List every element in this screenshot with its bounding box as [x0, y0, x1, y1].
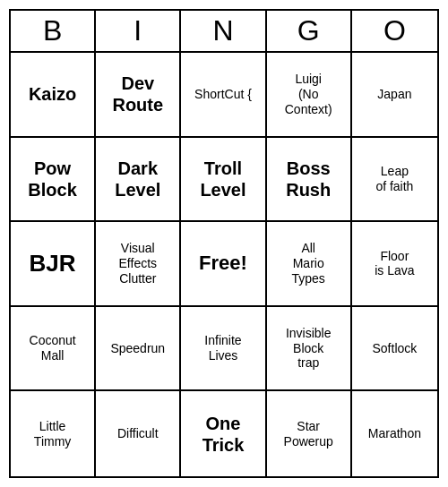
bingo-card: BINGO KaizoDev RouteShortCut {Luigi (No … — [9, 9, 439, 478]
bingo-cell[interactable]: Dev Route — [96, 53, 181, 138]
bingo-cell[interactable]: Softlock — [352, 307, 437, 392]
bingo-grid: KaizoDev RouteShortCut {Luigi (No Contex… — [11, 53, 437, 476]
bingo-cell[interactable]: Free! — [181, 222, 266, 307]
bingo-cell[interactable]: Troll Level — [181, 138, 266, 223]
bingo-cell[interactable]: Kaizo — [11, 53, 96, 138]
bingo-cell[interactable]: BJR — [11, 222, 96, 307]
bingo-cell[interactable]: Luigi (No Context) — [267, 53, 352, 138]
bingo-cell[interactable]: Leap of faith — [352, 138, 437, 223]
bingo-cell[interactable]: Invisible Block trap — [267, 307, 352, 392]
bingo-cell[interactable]: Pow Block — [11, 138, 96, 223]
bingo-cell[interactable]: Infinite Lives — [181, 307, 266, 392]
bingo-header: BINGO — [11, 11, 437, 53]
bingo-cell[interactable]: Floor is Lava — [352, 222, 437, 307]
bingo-cell[interactable]: All Mario Types — [267, 222, 352, 307]
bingo-cell[interactable]: Japan — [352, 53, 437, 138]
bingo-cell[interactable]: Star Powerup — [267, 391, 352, 476]
header-letter: G — [267, 11, 352, 51]
bingo-cell[interactable]: Marathon — [352, 391, 437, 476]
bingo-cell[interactable]: Dark Level — [96, 138, 181, 223]
header-letter: B — [11, 11, 96, 51]
bingo-cell[interactable]: Visual Effects Clutter — [96, 222, 181, 307]
bingo-cell[interactable]: ShortCut { — [181, 53, 266, 138]
bingo-cell[interactable]: Coconut Mall — [11, 307, 96, 392]
header-letter: N — [181, 11, 266, 51]
bingo-cell[interactable]: Little Timmy — [11, 391, 96, 476]
bingo-cell[interactable]: Difficult — [96, 391, 181, 476]
header-letter: I — [96, 11, 181, 51]
bingo-cell[interactable]: Boss Rush — [267, 138, 352, 223]
header-letter: O — [352, 11, 437, 51]
bingo-cell[interactable]: One Trick — [181, 391, 266, 476]
bingo-cell[interactable]: Speedrun — [96, 307, 181, 392]
